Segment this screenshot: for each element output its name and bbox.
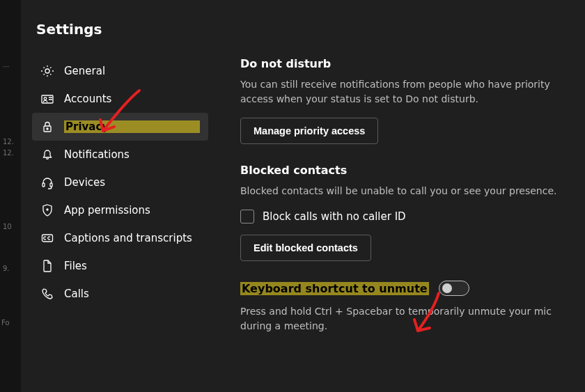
section-title: Blocked contacts xyxy=(240,164,564,177)
phone-icon xyxy=(40,287,54,301)
file-icon xyxy=(40,259,54,273)
svg-point-0 xyxy=(45,69,49,73)
section-description: You can still receive notifications from… xyxy=(240,77,564,107)
settings-content: Do not disturb You can still receive not… xyxy=(212,57,585,345)
sidebar-item-label: Accounts xyxy=(64,93,200,105)
gear-icon xyxy=(40,64,54,78)
svg-rect-6 xyxy=(50,183,52,187)
sidebar-item-label: App permissions xyxy=(64,204,200,217)
sidebar-item-privacy[interactable]: Privacy xyxy=(32,113,208,141)
sidebar-item-label: General xyxy=(64,65,200,77)
settings-window: Settings General xyxy=(21,0,585,392)
shield-icon xyxy=(40,203,54,217)
block-no-caller-id-row: Block calls with no caller ID xyxy=(240,210,564,224)
cc-icon xyxy=(40,231,54,245)
svg-point-2 xyxy=(44,97,47,100)
sidebar-item-captions[interactable]: Captions and transcripts xyxy=(32,224,208,252)
edit-blocked-contacts-button[interactable]: Edit blocked contacts xyxy=(240,235,371,261)
section-keyboard-unmute: Keyboard shortcut to unmute Press and ho… xyxy=(240,281,564,334)
sidebar-item-label: Calls xyxy=(64,288,200,300)
checkbox-label: Block calls with no caller ID xyxy=(263,210,406,223)
sidebar-item-label: Privacy xyxy=(64,120,200,133)
section-title: Do not disturb xyxy=(240,57,564,70)
settings-sidebar: General Accounts xyxy=(28,57,212,345)
sidebar-item-notifications[interactable]: Notifications xyxy=(32,141,208,168)
bell-icon xyxy=(40,148,54,162)
sidebar-item-label: Devices xyxy=(64,176,200,189)
id-card-icon xyxy=(40,92,54,106)
section-blocked-contacts: Blocked contacts Blocked contacts will b… xyxy=(240,164,564,261)
toggle-knob xyxy=(442,283,452,293)
sidebar-item-general[interactable]: General xyxy=(32,57,208,85)
sidebar-item-calls[interactable]: Calls xyxy=(32,280,208,308)
sidebar-item-label: Files xyxy=(64,260,200,272)
headset-icon xyxy=(40,175,54,189)
svg-point-7 xyxy=(47,209,48,210)
sidebar-item-devices[interactable]: Devices xyxy=(32,168,208,196)
svg-rect-5 xyxy=(42,183,45,187)
section-title: Keyboard shortcut to unmute xyxy=(240,282,429,295)
editor-gutter: ⋯ 12. 12. 10 9. Fo xyxy=(0,0,21,392)
sidebar-item-files[interactable]: Files xyxy=(32,252,208,280)
keyboard-unmute-toggle[interactable] xyxy=(439,281,469,296)
page-title: Settings xyxy=(21,21,585,57)
manage-priority-access-button[interactable]: Manage priority access xyxy=(240,118,378,144)
section-description: Press and hold Ctrl + Spacebar to tempor… xyxy=(240,304,564,334)
section-do-not-disturb: Do not disturb You can still receive not… xyxy=(240,57,564,144)
sidebar-item-accounts[interactable]: Accounts xyxy=(32,85,208,113)
block-no-caller-id-checkbox[interactable] xyxy=(240,210,254,224)
sidebar-item-app-permissions[interactable]: App permissions xyxy=(32,196,208,224)
svg-point-4 xyxy=(47,128,48,130)
section-description: Blocked contacts will be unable to call … xyxy=(240,184,564,198)
lock-icon xyxy=(40,120,54,134)
sidebar-item-label: Notifications xyxy=(64,148,200,161)
sidebar-item-label: Captions and transcripts xyxy=(64,232,200,244)
